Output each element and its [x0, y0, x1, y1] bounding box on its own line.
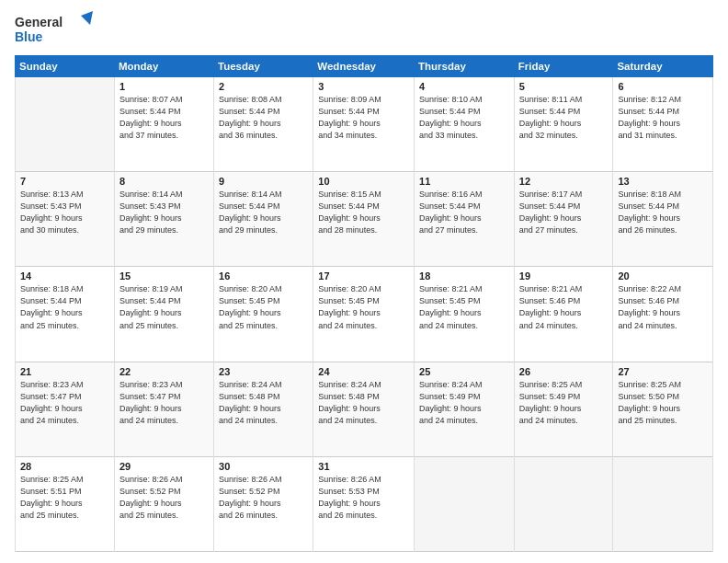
calendar-week-row: 28Sunrise: 8:25 AM Sunset: 5:51 PM Dayli… [16, 456, 713, 551]
calendar-cell: 29Sunrise: 8:26 AM Sunset: 5:52 PM Dayli… [114, 456, 213, 551]
calendar-cell: 17Sunrise: 8:20 AM Sunset: 5:45 PM Dayli… [313, 267, 415, 362]
calendar-cell: 28Sunrise: 8:25 AM Sunset: 5:51 PM Dayli… [16, 456, 115, 551]
day-info: Sunrise: 8:07 AM Sunset: 5:44 PM Dayligh… [119, 94, 209, 142]
logo: General Blue [15, 11, 97, 48]
day-info: Sunrise: 8:12 AM Sunset: 5:44 PM Dayligh… [618, 94, 708, 142]
day-number: 18 [419, 270, 509, 282]
day-info: Sunrise: 8:24 AM Sunset: 5:48 PM Dayligh… [318, 379, 409, 427]
calendar-cell: 9Sunrise: 8:14 AM Sunset: 5:44 PM Daylig… [214, 172, 313, 267]
day-number: 8 [119, 176, 209, 187]
day-number: 15 [119, 270, 209, 282]
calendar-page: General Blue SundayMondayTuesdayWednesda… [0, 0, 728, 563]
day-info: Sunrise: 8:17 AM Sunset: 5:44 PM Dayligh… [519, 189, 609, 236]
day-info: Sunrise: 8:08 AM Sunset: 5:44 PM Dayligh… [219, 94, 308, 142]
calendar-cell: 18Sunrise: 8:21 AM Sunset: 5:45 PM Dayli… [415, 267, 515, 362]
calendar-cell: 12Sunrise: 8:17 AM Sunset: 5:44 PM Dayli… [514, 172, 613, 267]
day-number: 26 [519, 366, 609, 377]
day-info: Sunrise: 8:20 AM Sunset: 5:45 PM Dayligh… [219, 283, 308, 331]
day-header-saturday: Saturday [613, 56, 713, 77]
calendar-week-row: 14Sunrise: 8:18 AM Sunset: 5:44 PM Dayli… [16, 267, 713, 362]
calendar-cell [613, 456, 713, 551]
day-info: Sunrise: 8:24 AM Sunset: 5:48 PM Dayligh… [219, 379, 308, 427]
calendar-cell: 21Sunrise: 8:23 AM Sunset: 5:47 PM Dayli… [16, 362, 115, 456]
calendar-cell: 7Sunrise: 8:13 AM Sunset: 5:43 PM Daylig… [16, 172, 115, 267]
day-info: Sunrise: 8:26 AM Sunset: 5:53 PM Dayligh… [318, 474, 409, 522]
day-info: Sunrise: 8:18 AM Sunset: 5:44 PM Dayligh… [618, 189, 708, 236]
day-info: Sunrise: 8:15 AM Sunset: 5:44 PM Dayligh… [318, 189, 409, 236]
day-info: Sunrise: 8:24 AM Sunset: 5:49 PM Dayligh… [419, 379, 509, 427]
calendar-cell: 26Sunrise: 8:25 AM Sunset: 5:49 PM Dayli… [514, 362, 613, 456]
day-info: Sunrise: 8:11 AM Sunset: 5:44 PM Dayligh… [519, 94, 609, 142]
day-info: Sunrise: 8:09 AM Sunset: 5:44 PM Dayligh… [318, 94, 409, 142]
svg-marker-2 [81, 11, 93, 25]
day-number: 1 [119, 81, 209, 92]
calendar-header-row: SundayMondayTuesdayWednesdayThursdayFrid… [16, 56, 713, 77]
svg-text:Blue: Blue [15, 29, 43, 44]
calendar-cell: 23Sunrise: 8:24 AM Sunset: 5:48 PM Dayli… [214, 362, 313, 456]
day-header-friday: Friday [514, 56, 613, 77]
day-number: 27 [618, 366, 708, 377]
calendar-cell: 8Sunrise: 8:14 AM Sunset: 5:43 PM Daylig… [114, 172, 213, 267]
day-info: Sunrise: 8:26 AM Sunset: 5:52 PM Dayligh… [119, 474, 209, 522]
day-info: Sunrise: 8:14 AM Sunset: 5:43 PM Dayligh… [119, 189, 209, 236]
calendar-cell: 24Sunrise: 8:24 AM Sunset: 5:48 PM Dayli… [313, 362, 415, 456]
day-number: 6 [618, 81, 708, 92]
day-info: Sunrise: 8:21 AM Sunset: 5:46 PM Dayligh… [519, 283, 609, 331]
svg-text:General: General [15, 15, 63, 29]
calendar-cell: 10Sunrise: 8:15 AM Sunset: 5:44 PM Dayli… [313, 172, 415, 267]
day-header-monday: Monday [114, 56, 213, 77]
calendar-cell: 16Sunrise: 8:20 AM Sunset: 5:45 PM Dayli… [214, 267, 313, 362]
day-number: 13 [618, 176, 708, 187]
calendar-cell: 14Sunrise: 8:18 AM Sunset: 5:44 PM Dayli… [16, 267, 115, 362]
day-number: 7 [20, 176, 109, 187]
day-info: Sunrise: 8:25 AM Sunset: 5:51 PM Dayligh… [20, 474, 109, 522]
day-info: Sunrise: 8:25 AM Sunset: 5:49 PM Dayligh… [519, 379, 609, 427]
day-number: 21 [20, 366, 109, 377]
calendar-cell [16, 77, 115, 172]
calendar-cell: 25Sunrise: 8:24 AM Sunset: 5:49 PM Dayli… [415, 362, 515, 456]
day-number: 24 [318, 366, 409, 377]
calendar-table: SundayMondayTuesdayWednesdayThursdayFrid… [15, 55, 713, 552]
day-number: 28 [20, 461, 109, 472]
day-header-thursday: Thursday [415, 56, 515, 77]
day-number: 30 [219, 461, 308, 472]
day-number: 14 [20, 270, 109, 282]
header: General Blue [15, 11, 713, 48]
day-info: Sunrise: 8:10 AM Sunset: 5:44 PM Dayligh… [419, 94, 509, 142]
day-info: Sunrise: 8:21 AM Sunset: 5:45 PM Dayligh… [419, 283, 509, 331]
day-number: 12 [519, 176, 609, 187]
logo-svg: General Blue [15, 11, 97, 48]
day-number: 2 [219, 81, 308, 92]
day-number: 22 [119, 366, 209, 377]
calendar-cell: 31Sunrise: 8:26 AM Sunset: 5:53 PM Dayli… [313, 456, 415, 551]
calendar-cell [415, 456, 515, 551]
day-info: Sunrise: 8:16 AM Sunset: 5:44 PM Dayligh… [419, 189, 509, 236]
day-number: 17 [318, 270, 409, 282]
calendar-cell: 30Sunrise: 8:26 AM Sunset: 5:52 PM Dayli… [214, 456, 313, 551]
calendar-week-row: 1Sunrise: 8:07 AM Sunset: 5:44 PM Daylig… [16, 77, 713, 172]
day-header-sunday: Sunday [16, 56, 115, 77]
day-info: Sunrise: 8:23 AM Sunset: 5:47 PM Dayligh… [20, 379, 109, 427]
calendar-cell: 1Sunrise: 8:07 AM Sunset: 5:44 PM Daylig… [114, 77, 213, 172]
day-number: 31 [318, 461, 409, 472]
calendar-cell: 3Sunrise: 8:09 AM Sunset: 5:44 PM Daylig… [313, 77, 415, 172]
day-info: Sunrise: 8:26 AM Sunset: 5:52 PM Dayligh… [219, 474, 308, 522]
calendar-cell [514, 456, 613, 551]
day-number: 19 [519, 270, 609, 282]
day-number: 10 [318, 176, 409, 187]
calendar-cell: 15Sunrise: 8:19 AM Sunset: 5:44 PM Dayli… [114, 267, 213, 362]
day-info: Sunrise: 8:14 AM Sunset: 5:44 PM Dayligh… [219, 189, 308, 236]
day-header-wednesday: Wednesday [313, 56, 415, 77]
calendar-cell: 27Sunrise: 8:25 AM Sunset: 5:50 PM Dayli… [613, 362, 713, 456]
day-number: 11 [419, 176, 509, 187]
calendar-cell: 19Sunrise: 8:21 AM Sunset: 5:46 PM Dayli… [514, 267, 613, 362]
calendar-cell: 20Sunrise: 8:22 AM Sunset: 5:46 PM Dayli… [613, 267, 713, 362]
calendar-cell: 22Sunrise: 8:23 AM Sunset: 5:47 PM Dayli… [114, 362, 213, 456]
calendar-week-row: 21Sunrise: 8:23 AM Sunset: 5:47 PM Dayli… [16, 362, 713, 456]
day-number: 23 [219, 366, 308, 377]
calendar-cell: 13Sunrise: 8:18 AM Sunset: 5:44 PM Dayli… [613, 172, 713, 267]
calendar-cell: 4Sunrise: 8:10 AM Sunset: 5:44 PM Daylig… [415, 77, 515, 172]
day-info: Sunrise: 8:23 AM Sunset: 5:47 PM Dayligh… [119, 379, 209, 427]
day-number: 25 [419, 366, 509, 377]
day-info: Sunrise: 8:18 AM Sunset: 5:44 PM Dayligh… [20, 283, 109, 331]
